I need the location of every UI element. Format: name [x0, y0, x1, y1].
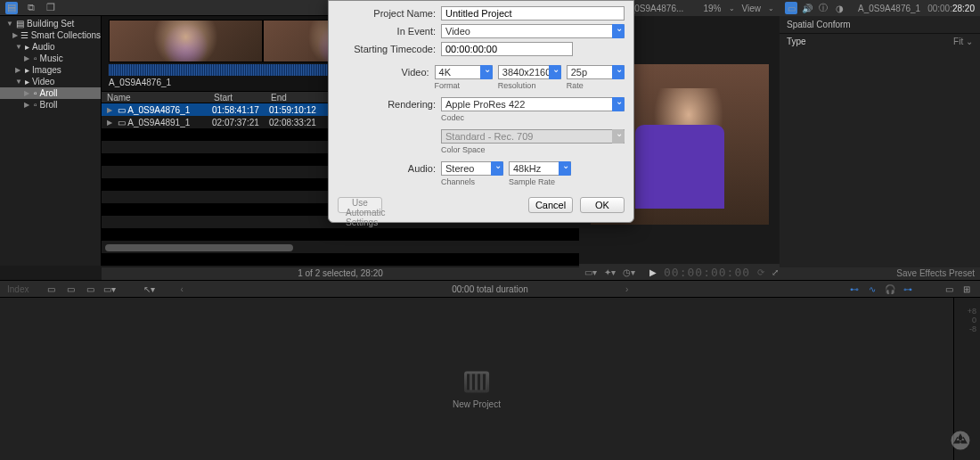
- sidebar-item-label: Aroll: [40, 88, 58, 98]
- new-project-dialog: Project Name: In Event: Video Starting T…: [328, 0, 634, 223]
- sidebar-item-label: Building Set: [27, 19, 74, 29]
- tl-snap-icon[interactable]: ⊶: [902, 283, 914, 295]
- browser-footer: 1 of 2 selected, 28:20: [102, 267, 579, 280]
- tl-skimming-icon[interactable]: ⊷: [848, 283, 861, 295]
- share-inspector-icon[interactable]: ◑: [833, 2, 845, 14]
- audio-inspector-icon[interactable]: 🔊: [801, 2, 813, 14]
- audio-channels-select[interactable]: Stereo: [441, 161, 503, 176]
- timeline-nav-left[interactable]: ‹: [162, 284, 200, 294]
- in-event-label: In Event:: [338, 26, 436, 37]
- column-name[interactable]: Name: [102, 92, 208, 103]
- transform-icon[interactable]: ✦▾: [604, 267, 616, 277]
- video-format-select[interactable]: 4K: [435, 65, 493, 79]
- sidebar-item[interactable]: ▼▤Building Set: [0, 18, 101, 29]
- ok-button[interactable]: OK: [580, 197, 625, 213]
- column-end[interactable]: End: [265, 92, 323, 103]
- media-import-icon[interactable]: ⧉: [25, 2, 37, 14]
- library-sidebar: ▼▤Building Set▶☰Smart Collections▼▸Audio…: [0, 16, 102, 266]
- tl-icon-1[interactable]: ▭: [45, 283, 57, 295]
- loop-icon[interactable]: ⟳: [757, 267, 764, 277]
- save-effects-preset[interactable]: Save Effects Preset: [780, 267, 980, 280]
- tl-solo-icon[interactable]: 🎧: [884, 283, 896, 295]
- inspector-section-title: Spatial Conform: [780, 16, 980, 34]
- inspector-type-row: Type Fit ⌄: [780, 34, 980, 49]
- project-name-input[interactable]: [441, 6, 625, 21]
- timeline-toolbar: Index ▭ ▭ ▭ ▭▾ ↖▾ ‹ 00:00 total duration…: [0, 280, 980, 298]
- sidebar-item[interactable]: ▶▸Images: [0, 64, 101, 76]
- in-event-select[interactable]: Video: [441, 24, 625, 38]
- viewer-timecode[interactable]: 00:00:00:00: [664, 266, 750, 279]
- inspector-type-value[interactable]: Fit ⌄: [953, 37, 973, 46]
- display-options-icon[interactable]: ▭▾: [584, 267, 597, 277]
- sidebar-item-label: Audio: [32, 42, 55, 52]
- select-tool-icon[interactable]: ↖▾: [143, 283, 155, 295]
- new-project-label: New Project: [453, 399, 501, 409]
- starting-tc-label: Starting Timecode:: [338, 44, 436, 54]
- inspector-type-label: Type: [787, 37, 806, 46]
- clapper-icon: [464, 371, 489, 392]
- cancel-button[interactable]: Cancel: [528, 197, 573, 213]
- sidebar-item[interactable]: ▶☰Smart Collections: [0, 29, 101, 41]
- sidebar-item-label: Broll: [40, 100, 58, 110]
- timeline[interactable]: New Project: [0, 298, 953, 460]
- tl-clip-appearance-icon[interactable]: ▭: [943, 283, 955, 295]
- sidebar-item[interactable]: ▼▸Video: [0, 76, 101, 87]
- tl-icon-2[interactable]: ▭: [64, 283, 77, 295]
- zoom-level[interactable]: 19%: [703, 4, 721, 13]
- tl-effects-icon[interactable]: ⊞: [960, 283, 973, 295]
- aperture-logo-icon: [948, 428, 973, 453]
- tl-icon-4[interactable]: ▭▾: [103, 283, 116, 295]
- timeline-nav-right[interactable]: ›: [608, 284, 646, 294]
- sidebar-item-label: Video: [32, 77, 54, 86]
- starting-tc-input[interactable]: [441, 42, 573, 56]
- audio-samplerate-select[interactable]: 48kHz: [509, 161, 571, 176]
- timeline-index[interactable]: Index: [7, 284, 29, 294]
- tl-icon-3[interactable]: ▭: [84, 283, 96, 295]
- fullscreen-icon[interactable]: ⤢: [772, 267, 779, 277]
- sidebar-item-label: Images: [32, 65, 61, 75]
- sidebar-item-label: Smart Collections: [31, 30, 101, 40]
- inspector-panel: Spatial Conform Type Fit ⌄ Save Effects …: [780, 16, 980, 280]
- rendering-label: Rendering:: [338, 99, 436, 110]
- sidebar-item[interactable]: ▶▫Broll: [0, 99, 101, 111]
- play-button[interactable]: ▶: [649, 267, 657, 277]
- timeline-duration: 00:00 total duration: [452, 284, 528, 294]
- clip-icon[interactable]: ❐: [45, 2, 57, 14]
- sidebar-item[interactable]: ▶▫Music: [0, 53, 101, 64]
- project-name-label: Project Name:: [338, 8, 436, 19]
- video-resolution-select[interactable]: 3840x2160: [498, 65, 561, 79]
- inspector-header: ▭ 🔊 ⓘ ◑ A_0S9A4876_1 00:00:28:20: [780, 0, 980, 16]
- column-start[interactable]: Start: [208, 92, 265, 103]
- info-inspector-icon[interactable]: ⓘ: [817, 2, 829, 14]
- video-rate-select[interactable]: 25p: [567, 65, 625, 79]
- use-automatic-settings-button[interactable]: Use Automatic Settings: [338, 197, 382, 213]
- horizontal-scrollbar[interactable]: [105, 244, 576, 251]
- zoom-chevron-icon[interactable]: ⌄: [729, 4, 735, 12]
- inspector-timecode: 00:00:28:20: [927, 4, 975, 13]
- tl-audio-skim-icon[interactable]: ∿: [866, 283, 878, 295]
- back-icon[interactable]: ▤: [5, 2, 18, 14]
- filmstrip-thumb[interactable]: [109, 20, 263, 62]
- view-menu[interactable]: View: [742, 4, 762, 13]
- rendering-codec-select[interactable]: Apple ProRes 422: [441, 97, 625, 111]
- sidebar-item-label: Music: [40, 53, 63, 63]
- video-label: Video:: [338, 67, 429, 78]
- sidebar-item[interactable]: ▼▸Audio: [0, 41, 101, 53]
- sidebar-item[interactable]: ▶▫Aroll: [0, 87, 101, 99]
- inspector-clip-name: A_0S9A4876_1: [858, 4, 920, 13]
- new-project-placeholder[interactable]: New Project: [453, 371, 501, 409]
- retime-icon[interactable]: ◷▾: [623, 267, 635, 277]
- video-inspector-icon[interactable]: ▭: [785, 2, 797, 14]
- view-chevron-icon[interactable]: ⌄: [768, 4, 774, 12]
- audio-label: Audio:: [338, 163, 436, 174]
- viewer-toolbar: ▭▾ ✦▾ ◷▾ ▶ 00:00:00:00 ⟳ ⤢: [579, 264, 780, 280]
- color-space-select: Standard - Rec. 709: [441, 129, 625, 144]
